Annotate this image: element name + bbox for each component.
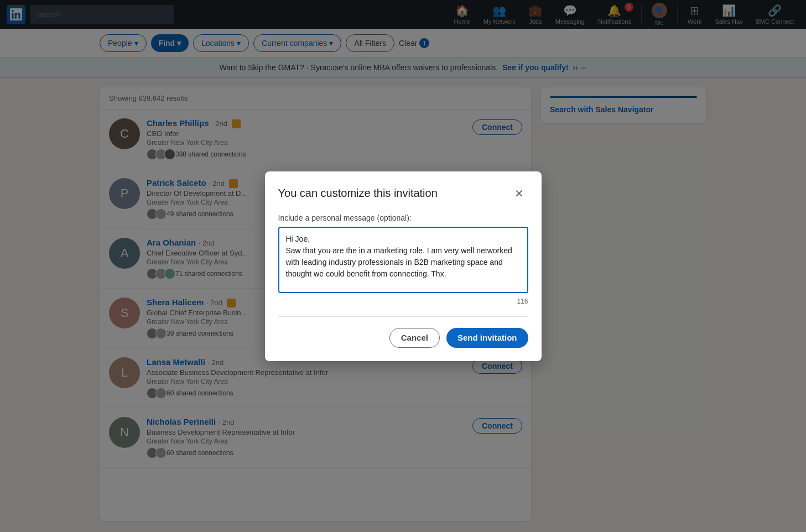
modal-label: Include a personal message (optional): (278, 213, 528, 222)
invitation-modal: You can customize this invitation ✕ Incl… (265, 171, 542, 361)
modal-overlay[interactable]: You can customize this invitation ✕ Incl… (0, 0, 806, 532)
modal-title: You can customize this invitation (278, 187, 438, 200)
cancel-button[interactable]: Cancel (389, 328, 440, 348)
modal-footer: Cancel Send invitation (278, 328, 528, 348)
message-textarea[interactable] (278, 227, 528, 293)
modal-header: You can customize this invitation ✕ (278, 185, 528, 202)
char-count: 116 (278, 298, 528, 305)
close-icon: ✕ (514, 187, 524, 200)
modal-divider (278, 316, 528, 317)
send-invitation-button[interactable]: Send invitation (446, 328, 528, 348)
modal-close-button[interactable]: ✕ (511, 185, 528, 202)
